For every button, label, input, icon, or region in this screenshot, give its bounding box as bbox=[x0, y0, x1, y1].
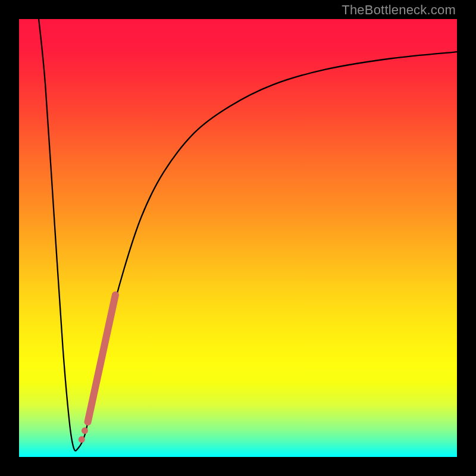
watermark-text: TheBottleneck.com bbox=[342, 2, 456, 18]
highlight-dot bbox=[82, 427, 88, 434]
highlight-segment bbox=[88, 295, 115, 422]
chart-svg bbox=[19, 19, 457, 457]
plot-area bbox=[19, 19, 457, 457]
bottleneck-curve bbox=[39, 19, 457, 451]
chart-frame: TheBottleneck.com bbox=[0, 0, 476, 476]
highlight-dot bbox=[79, 436, 85, 443]
